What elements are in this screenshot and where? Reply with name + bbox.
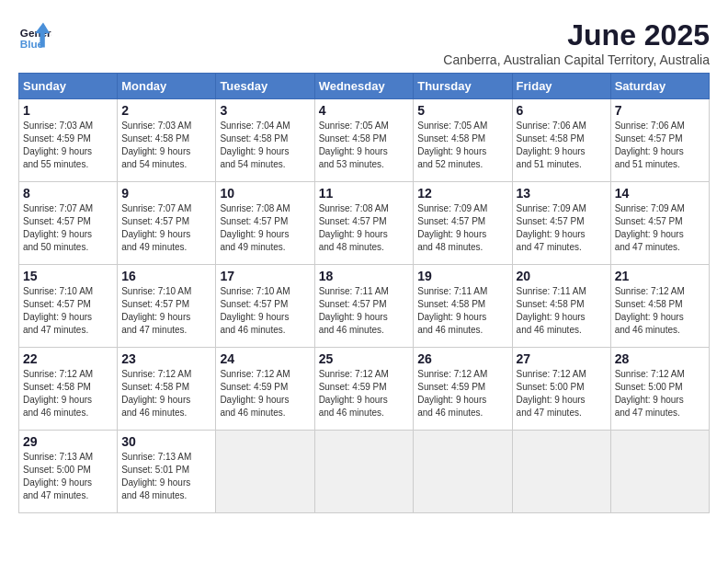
calendar-cell: 10 Sunrise: 7:08 AM Sunset: 4:57 PM Dayl… bbox=[216, 182, 314, 265]
calendar-cell bbox=[216, 431, 314, 513]
column-header-wednesday: Wednesday bbox=[314, 74, 414, 99]
day-number: 6 bbox=[517, 103, 607, 118]
day-info: Sunrise: 7:11 AM Sunset: 4:58 PM Dayligh… bbox=[417, 285, 507, 337]
location-subtitle: Canberra, Australian Capital Territory, … bbox=[443, 52, 710, 67]
calendar-cell: 17 Sunrise: 7:10 AM Sunset: 4:57 PM Dayl… bbox=[216, 265, 314, 348]
day-info: Sunrise: 7:05 AM Sunset: 4:58 PM Dayligh… bbox=[417, 120, 507, 171]
day-info: Sunrise: 7:13 AM Sunset: 5:00 PM Dayligh… bbox=[23, 451, 113, 502]
day-number: 1 bbox=[23, 103, 113, 118]
calendar-cell: 1 Sunrise: 7:03 AM Sunset: 4:59 PM Dayli… bbox=[19, 99, 118, 182]
day-info: Sunrise: 7:12 AM Sunset: 4:59 PM Dayligh… bbox=[220, 368, 310, 419]
calendar-cell: 20 Sunrise: 7:11 AM Sunset: 4:58 PM Dayl… bbox=[512, 265, 610, 348]
calendar-cell: 13 Sunrise: 7:09 AM Sunset: 4:57 PM Dayl… bbox=[512, 182, 610, 265]
day-info: Sunrise: 7:10 AM Sunset: 4:57 PM Dayligh… bbox=[220, 285, 310, 337]
day-number: 28 bbox=[615, 351, 705, 366]
day-number: 9 bbox=[121, 186, 211, 201]
calendar-cell: 2 Sunrise: 7:03 AM Sunset: 4:58 PM Dayli… bbox=[118, 99, 216, 182]
day-number: 3 bbox=[220, 103, 310, 118]
day-info: Sunrise: 7:10 AM Sunset: 4:57 PM Dayligh… bbox=[23, 285, 113, 337]
calendar-table: SundayMondayTuesdayWednesdayThursdayFrid… bbox=[18, 73, 710, 513]
day-info: Sunrise: 7:12 AM Sunset: 4:58 PM Dayligh… bbox=[615, 285, 705, 337]
column-header-friday: Friday bbox=[512, 74, 610, 99]
calendar-cell bbox=[512, 431, 610, 513]
page-header: General Blue June 2025 Canberra, Austral… bbox=[18, 18, 710, 67]
day-info: Sunrise: 7:08 AM Sunset: 4:57 PM Dayligh… bbox=[220, 202, 310, 254]
calendar-cell: 14 Sunrise: 7:09 AM Sunset: 4:57 PM Dayl… bbox=[610, 182, 709, 265]
calendar-cell: 9 Sunrise: 7:07 AM Sunset: 4:57 PM Dayli… bbox=[118, 182, 216, 265]
day-number: 8 bbox=[23, 186, 113, 201]
day-number: 20 bbox=[517, 269, 607, 283]
calendar-cell: 18 Sunrise: 7:11 AM Sunset: 4:57 PM Dayl… bbox=[314, 265, 414, 348]
day-info: Sunrise: 7:12 AM Sunset: 5:00 PM Dayligh… bbox=[615, 368, 705, 419]
day-number: 23 bbox=[121, 351, 211, 366]
logo: General Blue bbox=[18, 18, 51, 52]
column-header-monday: Monday bbox=[118, 74, 216, 99]
day-number: 17 bbox=[220, 269, 310, 283]
day-number: 11 bbox=[319, 186, 410, 201]
day-info: Sunrise: 7:07 AM Sunset: 4:57 PM Dayligh… bbox=[121, 202, 211, 254]
day-number: 30 bbox=[121, 434, 211, 449]
day-number: 14 bbox=[615, 186, 705, 201]
day-number: 21 bbox=[615, 269, 705, 283]
day-info: Sunrise: 7:05 AM Sunset: 4:58 PM Dayligh… bbox=[319, 120, 410, 171]
title-block: June 2025 Canberra, Australian Capital T… bbox=[443, 18, 710, 67]
day-info: Sunrise: 7:09 AM Sunset: 4:57 PM Dayligh… bbox=[417, 202, 507, 254]
calendar-cell bbox=[314, 431, 414, 513]
calendar-cell: 12 Sunrise: 7:09 AM Sunset: 4:57 PM Dayl… bbox=[414, 182, 512, 265]
month-title: June 2025 bbox=[443, 18, 710, 52]
day-number: 19 bbox=[417, 269, 507, 283]
calendar-cell: 15 Sunrise: 7:10 AM Sunset: 4:57 PM Dayl… bbox=[19, 265, 118, 348]
day-info: Sunrise: 7:12 AM Sunset: 4:59 PM Dayligh… bbox=[417, 368, 507, 419]
day-info: Sunrise: 7:13 AM Sunset: 5:01 PM Dayligh… bbox=[121, 451, 211, 502]
calendar-cell: 7 Sunrise: 7:06 AM Sunset: 4:57 PM Dayli… bbox=[610, 99, 709, 182]
day-info: Sunrise: 7:11 AM Sunset: 4:57 PM Dayligh… bbox=[319, 285, 410, 337]
day-info: Sunrise: 7:07 AM Sunset: 4:57 PM Dayligh… bbox=[23, 202, 113, 254]
day-info: Sunrise: 7:12 AM Sunset: 4:59 PM Dayligh… bbox=[319, 368, 410, 419]
calendar-cell bbox=[414, 431, 512, 513]
day-number: 24 bbox=[220, 351, 310, 366]
day-number: 13 bbox=[517, 186, 607, 201]
day-info: Sunrise: 7:03 AM Sunset: 4:59 PM Dayligh… bbox=[23, 120, 113, 171]
day-number: 7 bbox=[615, 103, 705, 118]
day-number: 15 bbox=[23, 269, 113, 283]
calendar-cell: 28 Sunrise: 7:12 AM Sunset: 5:00 PM Dayl… bbox=[610, 348, 709, 431]
day-number: 12 bbox=[417, 186, 507, 201]
day-number: 2 bbox=[121, 103, 211, 118]
calendar-cell: 29 Sunrise: 7:13 AM Sunset: 5:00 PM Dayl… bbox=[19, 431, 118, 513]
column-header-sunday: Sunday bbox=[19, 74, 118, 99]
calendar-cell: 27 Sunrise: 7:12 AM Sunset: 5:00 PM Dayl… bbox=[512, 348, 610, 431]
day-number: 26 bbox=[417, 351, 507, 366]
day-number: 10 bbox=[220, 186, 310, 201]
day-info: Sunrise: 7:12 AM Sunset: 4:58 PM Dayligh… bbox=[121, 368, 211, 419]
calendar-cell: 11 Sunrise: 7:08 AM Sunset: 4:57 PM Dayl… bbox=[314, 182, 414, 265]
calendar-cell: 8 Sunrise: 7:07 AM Sunset: 4:57 PM Dayli… bbox=[19, 182, 118, 265]
day-number: 22 bbox=[23, 351, 113, 366]
day-number: 18 bbox=[319, 269, 410, 283]
logo-icon: General Blue bbox=[18, 18, 51, 52]
day-info: Sunrise: 7:03 AM Sunset: 4:58 PM Dayligh… bbox=[121, 120, 211, 171]
day-info: Sunrise: 7:10 AM Sunset: 4:57 PM Dayligh… bbox=[121, 285, 211, 337]
calendar-cell: 3 Sunrise: 7:04 AM Sunset: 4:58 PM Dayli… bbox=[216, 99, 314, 182]
day-info: Sunrise: 7:06 AM Sunset: 4:58 PM Dayligh… bbox=[517, 120, 607, 171]
calendar-cell: 5 Sunrise: 7:05 AM Sunset: 4:58 PM Dayli… bbox=[414, 99, 512, 182]
column-header-thursday: Thursday bbox=[414, 74, 512, 99]
day-info: Sunrise: 7:06 AM Sunset: 4:57 PM Dayligh… bbox=[615, 120, 705, 171]
day-info: Sunrise: 7:12 AM Sunset: 4:58 PM Dayligh… bbox=[23, 368, 113, 419]
day-info: Sunrise: 7:09 AM Sunset: 4:57 PM Dayligh… bbox=[615, 202, 705, 254]
calendar-cell: 4 Sunrise: 7:05 AM Sunset: 4:58 PM Dayli… bbox=[314, 99, 414, 182]
calendar-cell: 30 Sunrise: 7:13 AM Sunset: 5:01 PM Dayl… bbox=[118, 431, 216, 513]
column-header-tuesday: Tuesday bbox=[216, 74, 314, 99]
day-info: Sunrise: 7:04 AM Sunset: 4:58 PM Dayligh… bbox=[220, 120, 310, 171]
calendar-cell: 26 Sunrise: 7:12 AM Sunset: 4:59 PM Dayl… bbox=[414, 348, 512, 431]
calendar-cell: 25 Sunrise: 7:12 AM Sunset: 4:59 PM Dayl… bbox=[314, 348, 414, 431]
day-number: 27 bbox=[517, 351, 607, 366]
column-header-saturday: Saturday bbox=[610, 74, 709, 99]
day-info: Sunrise: 7:11 AM Sunset: 4:58 PM Dayligh… bbox=[517, 285, 607, 337]
day-info: Sunrise: 7:09 AM Sunset: 4:57 PM Dayligh… bbox=[517, 202, 607, 254]
day-number: 25 bbox=[319, 351, 410, 366]
day-info: Sunrise: 7:08 AM Sunset: 4:57 PM Dayligh… bbox=[319, 202, 410, 254]
calendar-cell: 22 Sunrise: 7:12 AM Sunset: 4:58 PM Dayl… bbox=[19, 348, 118, 431]
day-number: 29 bbox=[23, 434, 113, 449]
day-number: 16 bbox=[121, 269, 211, 283]
calendar-cell: 21 Sunrise: 7:12 AM Sunset: 4:58 PM Dayl… bbox=[610, 265, 709, 348]
